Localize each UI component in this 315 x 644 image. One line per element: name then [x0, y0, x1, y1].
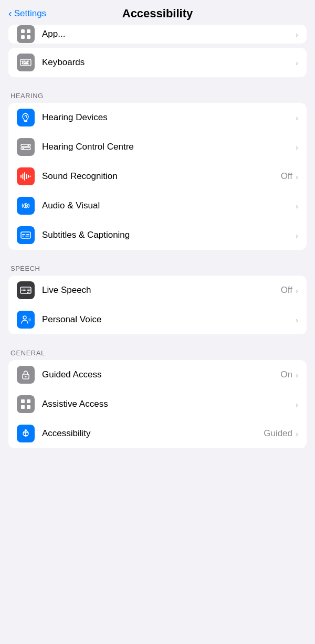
accessibility-icon [20, 428, 32, 439]
svg-rect-50 [28, 289, 29, 290]
chevron-right-icon: › [296, 315, 298, 324]
keyboard-icon [20, 57, 32, 68]
svg-rect-46 [23, 289, 24, 290]
hearing-section-label: HEARING [0, 88, 315, 103]
svg-rect-14 [22, 61, 23, 62]
svg-rect-26 [24, 121, 27, 122]
svg-rect-45 [22, 289, 23, 290]
svg-point-67 [25, 376, 27, 377]
svg-rect-58 [29, 290, 30, 291]
svg-rect-54 [24, 290, 25, 291]
list-item[interactable]: Personal Voice › [8, 305, 307, 334]
svg-rect-71 [27, 405, 30, 409]
list-item[interactable]: Hearing Control Centre › [8, 132, 307, 162]
svg-point-30 [23, 148, 24, 150]
svg-rect-39 [21, 232, 30, 238]
list-item[interactable]: Live Speech Off › [8, 276, 307, 305]
keyboard-section: Keyboards › [0, 48, 315, 77]
svg-rect-63 [28, 319, 28, 321]
chevron-right-icon: › [296, 429, 298, 438]
list-item[interactable]: Accessibility Guided › [8, 419, 307, 448]
hearing-card: Hearing Devices › Hearing Control Centre… [8, 103, 307, 250]
general-section: GENERAL Guided Access On › [0, 345, 315, 448]
svg-rect-64 [29, 318, 29, 322]
keyboard-icon-wrap [17, 54, 35, 71]
hearing-devices-label: Hearing Devices [42, 112, 296, 123]
grid-icon [20, 398, 32, 410]
chevron-right-icon: › [296, 371, 298, 379]
speech-card: Live Speech Off › Personal Voice › [8, 276, 307, 334]
svg-rect-57 [28, 290, 29, 291]
svg-rect-34 [26, 174, 27, 179]
svg-rect-35 [28, 175, 29, 178]
svg-rect-24 [27, 62, 28, 63]
subtitles-label: Subtitles & Captioning [42, 230, 296, 240]
list-item[interactable]: Keyboards › [8, 48, 307, 77]
partial-item-label: App... [42, 29, 296, 39]
speech-section: SPEECH [0, 260, 315, 334]
guided-access-value: On [280, 369, 292, 380]
list-item[interactable]: Sound Recognition Off › [8, 162, 307, 191]
guided-access-icon-wrap [17, 366, 35, 384]
accessibility-shortcut-value: Guided [264, 428, 292, 439]
assistive-access-icon-wrap [17, 395, 35, 413]
svg-rect-22 [25, 62, 26, 63]
audio-visual-icon-wrap [17, 197, 35, 215]
list-item[interactable]: Subtitles & Captioning › [8, 220, 307, 250]
chevron-right-icon: › [296, 113, 298, 122]
keyboards-label: Keyboards [42, 57, 296, 68]
speech-section-label: SPEECH [0, 260, 315, 276]
svg-rect-2 [21, 35, 25, 39]
svg-rect-32 [23, 174, 24, 180]
chevron-right-icon: › [296, 231, 298, 240]
chevron-right-icon: › [296, 400, 298, 409]
svg-rect-19 [28, 61, 29, 62]
list-item[interactable]: Hearing Devices › [8, 103, 307, 132]
hearing-section: HEARING Hearing Devices › [0, 88, 315, 250]
svg-rect-70 [21, 405, 25, 409]
back-button[interactable]: ‹ Settings [8, 7, 46, 19]
list-item[interactable]: Guided Access On › [8, 360, 307, 389]
lock-icon [20, 369, 32, 381]
keyboard-card: Keyboards › [8, 48, 307, 77]
back-chevron-icon: ‹ [8, 7, 12, 19]
audio-visual-label: Audio & Visual [42, 200, 296, 211]
keyboard2-icon [20, 284, 32, 296]
person-icon [20, 314, 32, 325]
navigation-header: ‹ Settings Accessibility [0, 0, 315, 25]
svg-rect-52 [22, 290, 23, 291]
svg-rect-60 [28, 292, 29, 293]
list-item[interactable]: Audio & Visual › [8, 191, 307, 220]
accessibility-shortcut-label: Accessibility [42, 428, 264, 439]
svg-rect-31 [20, 175, 22, 178]
svg-rect-21 [24, 62, 25, 63]
live-speech-icon-wrap [17, 281, 35, 299]
chevron-right-icon: › [296, 202, 298, 210]
hearing-control-icon-wrap [17, 138, 35, 156]
svg-point-28 [28, 145, 29, 146]
svg-rect-42 [22, 236, 24, 237]
svg-rect-15 [23, 61, 24, 62]
assistive-access-label: Assistive Access [42, 399, 296, 409]
svg-rect-1 [27, 29, 30, 33]
svg-rect-25 [23, 64, 29, 65]
svg-rect-23 [26, 62, 27, 63]
list-item[interactable]: App... › [8, 25, 307, 44]
svg-rect-65 [30, 319, 30, 321]
svg-rect-47 [24, 289, 25, 290]
list-item[interactable]: Assistive Access › [8, 389, 307, 419]
svg-rect-18 [27, 61, 28, 62]
hearing-devices-icon-wrap [17, 109, 35, 126]
guided-access-label: Guided Access [42, 369, 280, 380]
svg-rect-43 [25, 236, 29, 237]
accessibility-shortcut-icon-wrap [17, 425, 35, 442]
svg-rect-3 [27, 35, 30, 39]
app-grid-icon [20, 28, 32, 40]
general-card: Guided Access On › Assistive Access › [8, 360, 307, 448]
live-speech-value: Off [281, 285, 292, 295]
sound-recognition-label: Sound Recognition [42, 171, 281, 182]
general-section-label: GENERAL [0, 345, 315, 360]
svg-rect-36 [30, 176, 31, 177]
svg-rect-68 [21, 399, 25, 403]
toggle-icon [20, 141, 32, 153]
